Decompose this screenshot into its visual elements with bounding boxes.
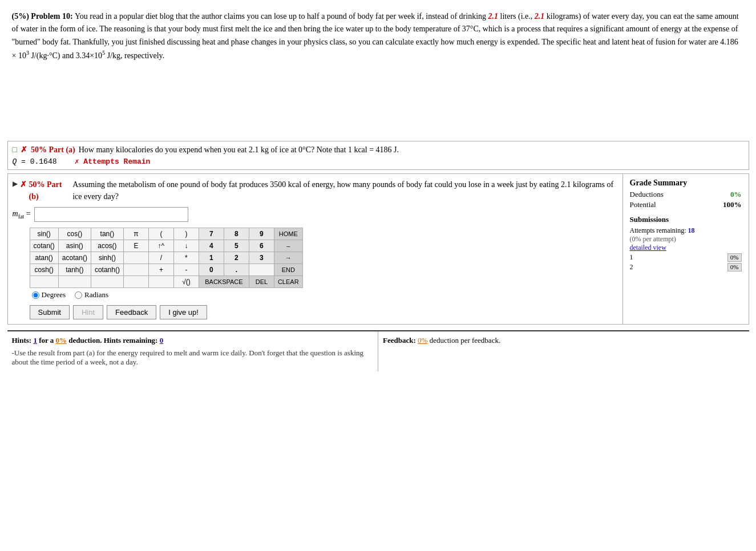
btn-E[interactable]: E: [123, 240, 148, 252]
btn-minus[interactable]: -: [173, 264, 199, 276]
part-a-question: How many kilocalories do you expend when…: [79, 145, 399, 155]
calc-table: sin() cos() tan() π ( ) 7 8 9 HOME cotan…: [30, 228, 303, 288]
sub-row-1: 1 0%: [630, 253, 742, 262]
btn-acotan[interactable]: acotan(): [58, 252, 91, 264]
deduction-link[interactable]: 0%: [56, 336, 67, 345]
problem-container: (5%) Problem 10: You read in a popular d…: [7, 6, 749, 371]
btn-empty8: [148, 276, 173, 288]
part-a-header: □ ✗ 50% Part (a) How many kilocalories d…: [13, 145, 744, 155]
btn-atan[interactable]: atan(): [30, 252, 58, 264]
calc-row-5: √() BACKSPACE DEL CLEAR: [30, 276, 302, 288]
hint-button[interactable]: Hint: [73, 305, 103, 319]
btn-4[interactable]: 4: [199, 240, 224, 252]
btn-end[interactable]: END: [274, 264, 302, 276]
btn-3[interactable]: 3: [249, 252, 274, 264]
calculator: sin() cos() tan() π ( ) 7 8 9 HOME cotan…: [30, 228, 618, 299]
btn-sin[interactable]: sin(): [30, 228, 58, 240]
give-up-button[interactable]: I give up!: [160, 305, 207, 319]
problem-label: Problem 10:: [31, 12, 75, 21]
btn-rparen[interactable]: ): [173, 228, 199, 240]
hints-feedback-row: Hints: 1 for a 0% deduction. Hints remai…: [7, 330, 749, 371]
highlight-2-1-d: 2.1: [561, 180, 571, 189]
sub-num-1: 1: [630, 253, 633, 262]
btn-multiply[interactable]: *: [173, 252, 199, 264]
btn-down[interactable]: ↓: [173, 240, 199, 252]
btn-empty7: [123, 276, 148, 288]
btn-sinh[interactable]: sinh(): [91, 252, 123, 264]
part-b-question: Assuming the metabolism of one pound of …: [72, 179, 617, 202]
radians-label[interactable]: Radians: [75, 290, 108, 299]
btn-right[interactable]: →: [274, 252, 302, 264]
btn-1[interactable]: 1: [199, 252, 224, 264]
deductions-label: Deductions: [630, 190, 664, 199]
problem-intro: You read in a popular diet blog that the…: [75, 12, 488, 21]
grade-summary-title: Grade Summary: [630, 179, 742, 188]
submit-button[interactable]: Submit: [30, 305, 70, 319]
btn-lparen[interactable]: (: [148, 228, 173, 240]
attempts-remain: ✗ Attempts Remain: [75, 157, 151, 166]
btn-asin[interactable]: asin(): [58, 240, 91, 252]
hints-section: Hints: 1 for a 0% deduction. Hints remai…: [7, 331, 379, 371]
btn-empty3: [249, 264, 274, 276]
part-b-x-icon: ✗: [20, 179, 27, 191]
hints-deduction-suffix: deduction. Hints remaining:: [67, 336, 160, 345]
btn-5[interactable]: 5: [224, 240, 249, 252]
btn-9[interactable]: 9: [249, 228, 274, 240]
degrees-radio[interactable]: [32, 291, 39, 299]
btn-cotanh[interactable]: cotanh(): [91, 264, 123, 276]
hints-for-text: for a: [37, 336, 56, 345]
part-a-percent: 50% Part (a): [31, 145, 75, 155]
degrees-label[interactable]: Degrees: [32, 290, 66, 299]
btn-empty2: [123, 264, 148, 276]
btn-8[interactable]: 8: [224, 228, 249, 240]
feedback-value[interactable]: 0%: [418, 336, 427, 345]
detailed-view-link[interactable]: detailed view: [630, 244, 742, 252]
btn-sqrt[interactable]: √(): [173, 276, 199, 288]
problem-text: (5%) Problem 10: You read in a popular d…: [7, 6, 749, 67]
btn-up[interactable]: ↑^: [148, 240, 173, 252]
btn-home[interactable]: HOME: [274, 228, 302, 240]
btn-6[interactable]: 6: [249, 240, 274, 252]
part-b-header: ▶ ✗ 50% Part (b) Assuming the metabolism…: [13, 179, 618, 202]
btn-cotan[interactable]: cotan(): [30, 240, 58, 252]
radians-radio[interactable]: [75, 291, 82, 299]
hints-prefix: Hints:: [12, 336, 34, 345]
btn-2[interactable]: 2: [224, 252, 249, 264]
deductions-value: 0%: [730, 190, 742, 199]
btn-empty5: [58, 276, 91, 288]
btn-del[interactable]: DEL: [249, 276, 274, 288]
hint-content: -Use the result from part (a) for the en…: [12, 349, 374, 367]
btn-divide[interactable]: /: [148, 252, 173, 264]
radians-text: Radians: [84, 290, 108, 299]
mfat-input[interactable]: [34, 207, 188, 222]
btn-minus-nav[interactable]: –: [274, 240, 302, 252]
btn-tan[interactable]: tan(): [91, 228, 123, 240]
potential-label: Potential: [630, 200, 656, 209]
part-b-percent: 50% Part (b): [29, 179, 71, 202]
part-a-x-icon: ✗: [21, 145, 27, 155]
btn-0[interactable]: 0: [199, 264, 224, 276]
btn-cosh[interactable]: cosh(): [30, 264, 58, 276]
sub-badge-1: 0%: [727, 253, 742, 262]
potential-value: 100%: [723, 200, 742, 209]
btn-backspace[interactable]: BACKSPACE: [199, 276, 249, 288]
attempts-value[interactable]: 18: [688, 226, 694, 234]
btn-cos[interactable]: cos(): [58, 228, 91, 240]
highlight-2-1-a: 2.1: [488, 12, 499, 21]
btn-acos[interactable]: acos(): [91, 240, 123, 252]
btn-7[interactable]: 7: [199, 228, 224, 240]
btn-plus[interactable]: +: [148, 264, 173, 276]
btn-pi[interactable]: π: [123, 228, 148, 240]
btn-tanh[interactable]: tanh(): [58, 264, 91, 276]
grade-summary-panel: Grade Summary Deductions 0% Potential 10…: [623, 174, 749, 324]
btn-dot[interactable]: .: [224, 264, 249, 276]
remaining-link[interactable]: 0: [160, 336, 164, 345]
highlight-2-1-b: 2.1: [535, 12, 545, 21]
feedback-button[interactable]: Feedback: [107, 305, 156, 319]
calc-row-4: cosh() tanh() cotanh() + - 0 . END: [30, 264, 302, 276]
potential-row: Potential 100%: [630, 200, 742, 209]
mfat-row: mfat =: [13, 207, 618, 222]
btn-clear[interactable]: CLEAR: [274, 276, 302, 288]
degrees-text: Degrees: [42, 290, 66, 299]
per-attempt-text: (0% per attempt): [630, 235, 742, 244]
